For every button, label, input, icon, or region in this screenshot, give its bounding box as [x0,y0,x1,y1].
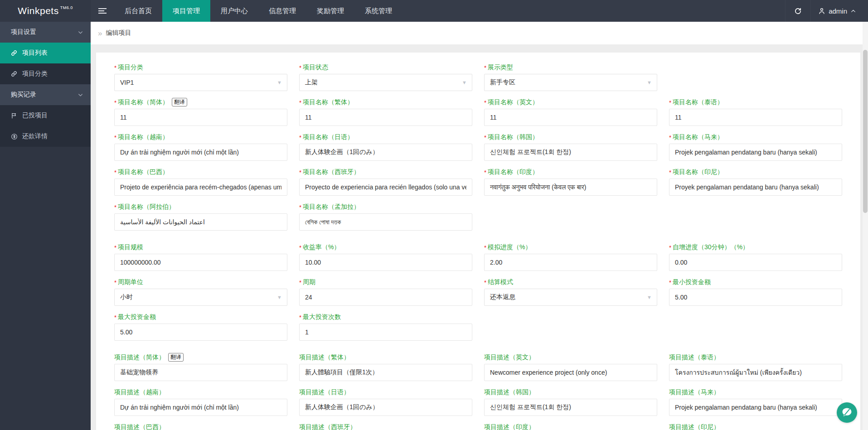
field-label: 项目描述（韩国） [484,388,657,396]
topbar: WinkpetsTM6.0 后台首页项目管理用户中心信息管理奖励管理系统管理 a… [0,0,868,22]
sidebar-item-invested-projects[interactable]: 已投项目 [0,105,91,126]
project-name-ms-input[interactable] [669,144,842,161]
scrollbar-thumb[interactable] [863,50,868,213]
project-name-id-input[interactable] [669,179,842,196]
nav-item-reward-management[interactable]: 奖励管理 [306,0,354,22]
project-name-pt-br-input[interactable] [114,179,287,196]
field-project-desc-ja: 项目描述（日语） [299,388,472,416]
project-desc-ms-input[interactable] [669,399,842,416]
sidebar-item-project-list[interactable]: 项目列表 [0,43,91,63]
project-desc-zh-tw-input[interactable] [299,364,472,381]
field-project-desc-vi: 项目描述（越南） [114,388,287,416]
field-label-text: 最大投资金额 [118,313,156,321]
project-desc-en-input[interactable] [484,364,657,381]
project-name-es-input[interactable] [299,179,472,196]
field-label-text: 项目描述（英文） [484,353,535,362]
project-name-ar-input[interactable] [114,213,287,231]
max-investment-times-input[interactable] [299,324,472,341]
field-label: 项目描述（马来） [669,388,842,396]
project-desc-vi-input[interactable] [114,399,287,416]
nav-item-system-management[interactable]: 系统管理 [354,0,402,22]
project-status-select[interactable]: 上架▼ [299,74,472,91]
nav-item-info-management[interactable]: 信息管理 [258,0,306,22]
nav-item-user-center[interactable]: 用户中心 [210,0,258,22]
nav-item-project-management[interactable]: 项目管理 [162,0,210,22]
chat-widget-button[interactable] [837,402,857,423]
project-category-select[interactable]: VIP1▼ [114,74,287,91]
period-input[interactable] [299,289,472,306]
field-label: *项目名称（阿拉伯） [114,203,287,211]
field-label-text: 最小投资金额 [673,278,711,286]
project-name-zh-tw-input[interactable] [299,109,472,126]
field-label-text: 项目名称（泰语） [673,98,723,106]
field-label-text: 项目名称（西班牙） [303,168,360,176]
caret-down-icon: ▼ [462,80,467,85]
project-desc-ja-input[interactable] [299,399,472,416]
required-asterisk: * [669,244,671,251]
auto-increment-progress-input[interactable] [669,254,842,271]
sidebar-group-label: 项目设置 [11,28,36,36]
project-name-en-input[interactable] [484,109,657,126]
display-type-select[interactable]: 新手专区▼ [484,74,657,91]
field-display-type: *展示类型新手专区▼ [484,63,657,91]
nav-item-dashboard[interactable]: 后台首页 [114,0,162,22]
field-label: *项目分类 [114,63,287,71]
form-row: 项目描述（简体）翻译项目描述（繁体）项目描述（英文）项目描述（泰语） [114,348,842,381]
required-asterisk: * [484,99,486,106]
project-desc-zh-cn-input[interactable] [114,364,287,381]
flag-icon [11,112,18,119]
project-name-ko-input[interactable] [484,144,657,161]
translate-button[interactable]: 翻译 [172,98,187,106]
project-name-zh-cn-input[interactable] [114,109,287,126]
field-label: *项目名称（孟加拉） [299,203,472,211]
field-label: 项目描述（巴西） [114,423,287,430]
breadcrumb-arrows-icon: » [98,29,102,37]
field-label-text: 展示类型 [488,63,513,72]
field-project-desc-id: 项目描述（印尼） [669,423,842,430]
sidebar-group-purchase-records[interactable]: 购买记录 [0,84,91,105]
field-label-text: 项目描述（印度） [484,423,535,430]
form-row: *项目名称（巴西）*项目名称（西班牙）*项目名称（印度）*项目名称（印尼） [114,168,842,196]
required-asterisk: * [114,204,116,211]
field-label: *项目名称（韩国） [484,133,657,141]
project-name-hi-input[interactable] [484,179,657,196]
field-settlement-mode: *结算模式还本返息▼ [484,278,657,306]
scrollbar-track[interactable] [863,22,868,430]
min-investment-input[interactable] [669,289,842,306]
yield-rate-input[interactable] [299,254,472,271]
field-label: 项目描述（印尼） [669,423,842,430]
field-project-desc-zh-tw: 项目描述（繁体） [299,353,472,381]
field-label: *项目名称（印度） [484,168,657,176]
project-desc-th-input[interactable] [669,364,842,381]
field-label-text: 项目名称（马来） [673,133,723,141]
field-label-text: 周期 [303,278,315,286]
project-desc-ko-input[interactable] [484,399,657,416]
hamburger-icon[interactable] [91,0,114,22]
project-scale-input[interactable] [114,254,287,271]
max-investment-input[interactable] [114,324,287,341]
refresh-icon[interactable] [785,0,810,22]
project-name-bn-input[interactable] [299,213,472,231]
sidebar-item-project-category[interactable]: 项目分类 [0,63,91,84]
form-row: *项目名称（阿拉伯）*项目名称（孟加拉） [114,203,842,231]
field-project-desc-en: 项目描述（英文） [484,353,657,381]
user-menu[interactable]: admin [810,0,868,22]
select-value: 新手专区 [490,78,515,87]
sidebar-group-project-settings[interactable]: 项目设置 [0,22,91,43]
project-name-ja-input[interactable] [299,144,472,161]
translate-button[interactable]: 翻译 [168,353,184,361]
field-project-name-th: *项目名称（泰语） [669,98,842,126]
period-unit-select[interactable]: 小时▼ [114,289,287,306]
caret-up-icon [850,8,856,14]
field-label: 项目描述（西班牙） [299,423,472,430]
field-label-text: 项目描述（泰语） [669,353,720,362]
settlement-mode-select[interactable]: 还本返息▼ [484,289,657,306]
sidebar: 项目设置项目列表项目分类购买记录已投项目还款详情 [0,22,91,430]
field-label: *周期 [299,278,472,286]
simulated-progress-input[interactable] [484,254,657,271]
field-label-text: 项目名称（繁体） [303,98,354,106]
project-name-vi-input[interactable] [114,144,287,161]
sidebar-item-repayment-details[interactable]: 还款详情 [0,126,91,147]
field-label: *项目名称（印尼） [669,168,842,176]
project-name-th-input[interactable] [669,109,842,126]
